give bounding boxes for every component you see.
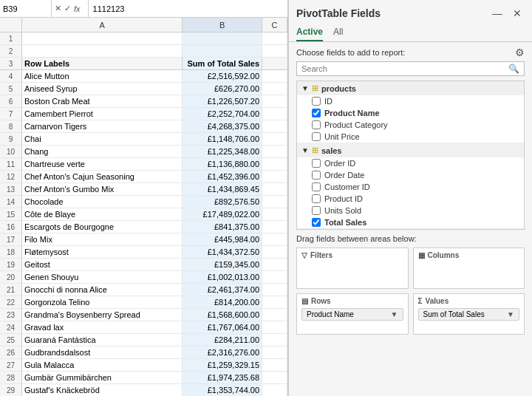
tab-active[interactable]: Active [296,24,323,41]
cell-a-11[interactable]: Chartreuse verte [22,158,183,170]
panel-close-button[interactable]: ✕ [510,6,525,21]
cell-b-28[interactable]: £1,974,235.68 [183,372,262,383]
cell-a-17[interactable]: Filo Mix [22,233,183,245]
cell-b-6[interactable]: £1,226,507.20 [183,95,262,107]
cell-b-3[interactable]: Sum of Total Sales [183,58,262,69]
cell-b-1[interactable] [183,33,262,44]
cell-a-24[interactable]: Gravad lax [22,321,183,333]
field-checkbox-unit-price[interactable] [312,132,321,141]
field-group-header-products[interactable]: ▼⊞products [297,81,524,95]
cell-b-12[interactable]: £1,452,396.00 [183,171,262,182]
field-checkbox-id[interactable] [312,97,321,106]
cell-b-22[interactable]: £814,200.00 [183,296,262,308]
cell-a-5[interactable]: Aniseed Syrup [22,83,183,95]
cell-b-8[interactable]: £4,268,375.00 [183,120,262,132]
cell-a-15[interactable]: Côte de Blaye [22,208,183,220]
cell-a-4[interactable]: Alice Mutton [22,70,183,82]
cell-b-25[interactable]: £284,211.00 [183,334,262,346]
cell-a-8[interactable]: Carnarvon Tigers [22,120,183,132]
cell-b-29[interactable]: £1,353,744.00 [183,384,262,396]
cell-a-13[interactable]: Chef Anton's Gumbo Mix [22,183,183,195]
cell-b-4[interactable]: £2,516,592.00 [183,70,262,82]
cell-b-21[interactable]: £2,461,374.00 [183,284,262,296]
cell-b-11[interactable]: £1,136,880.00 [183,158,262,170]
formula-content: 1112123 [89,4,287,13]
columns-area[interactable]: ▦ Columns [413,248,525,289]
cell-a-29[interactable]: Gustaf's Knäckebröd [22,384,183,396]
cell-b-20[interactable]: £1,002,013.00 [183,271,262,283]
cell-a-1[interactable] [22,33,183,44]
field-checkbox-units-sold[interactable] [312,206,321,215]
field-checkbox-order-date[interactable] [312,171,321,180]
cell-a-2[interactable] [22,45,183,57]
cell-b-19[interactable]: £159,345.00 [183,259,262,270]
rows-area[interactable]: ▤ Rows Product Name ▼ [296,293,409,335]
field-checkbox-product-id[interactable] [312,194,321,203]
confirm-formula-icon[interactable]: ✓ [64,4,71,13]
table-row: 9 Chai £1,148,706.00 [0,133,287,146]
cell-a-26[interactable]: Gudbrandsdalsost [22,346,183,358]
cell-a-6[interactable]: Boston Crab Meat [22,95,183,107]
cell-a-7[interactable]: Camembert Pierrot [22,108,183,120]
panel-minimize-button[interactable]: — [489,6,505,21]
cell-b-14[interactable]: £892,576.50 [183,196,262,208]
cell-a-10[interactable]: Chang [22,146,183,157]
field-checkbox-product-category[interactable] [312,120,321,129]
cell-a-16[interactable]: Escargots de Bourgogne [22,221,183,233]
cell-a-9[interactable]: Chai [22,133,183,145]
choose-fields-text: Choose fields to add to report: [296,48,405,57]
field-checkbox-total-sales[interactable] [312,218,321,227]
cell-a-27[interactable]: Gula Malacca [22,359,183,371]
field-checkbox-product-name[interactable] [312,109,321,117]
list-item: Customer ID [297,181,524,193]
cell-a-28[interactable]: Gumbär Gummibärchen [22,372,183,383]
cell-b-24[interactable]: £1,767,064.00 [183,321,262,333]
cell-a-3[interactable]: Row Labels [22,58,183,69]
search-input[interactable] [301,64,508,73]
cell-a-18[interactable]: Fløtemysost [22,246,183,258]
row-number: 5 [0,83,22,95]
cell-b-2[interactable] [183,45,262,57]
cell-c-28 [262,372,287,383]
cell-reference[interactable]: B39 [0,0,52,17]
cell-c-21 [262,284,287,296]
cell-b-27[interactable]: £1,259,329.15 [183,359,262,371]
cell-a-19[interactable]: Geitost [22,259,183,270]
cell-a-21[interactable]: Gnocchi di nonna Alice [22,284,183,296]
cell-b-7[interactable]: £2,252,704.00 [183,108,262,120]
tab-all[interactable]: All [333,24,343,41]
cell-a-25[interactable]: Guaraná Fantástica [22,334,183,346]
field-label: Total Sales [324,218,366,227]
values-chip[interactable]: Sum of Total Sales ▼ [418,308,520,321]
cell-b-26[interactable]: £2,316,276.00 [183,346,262,358]
cell-a-12[interactable]: Chef Anton's Cajun Seasoning [22,171,183,182]
cell-b-5[interactable]: £626,270.00 [183,83,262,95]
rows-chip[interactable]: Product Name ▼ [301,308,403,321]
col-header-b[interactable]: B [183,18,262,32]
cell-a-20[interactable]: Genen Shouyu [22,271,183,283]
list-item: Product ID [297,193,524,205]
settings-icon[interactable]: ⚙ [515,47,525,58]
field-checkbox-customer-id[interactable] [312,182,321,191]
cell-b-13[interactable]: £1,434,869.45 [183,183,262,195]
cell-b-23[interactable]: £1,568,600.00 [183,309,262,321]
col-header-c[interactable]: C [262,18,287,32]
cell-a-23[interactable]: Grandma's Boysenberry Spread [22,309,183,321]
cell-b-16[interactable]: £841,375.00 [183,221,262,233]
cell-b-10[interactable]: £1,225,348.00 [183,146,262,157]
row-number: 18 [0,246,22,258]
cell-b-18[interactable]: £1,434,372.50 [183,246,262,258]
row-number: 8 [0,120,22,132]
filters-area[interactable]: ▽ Filters [296,248,409,289]
cell-b-17[interactable]: £445,984.00 [183,233,262,245]
field-checkbox-order-id[interactable] [312,159,321,168]
cancel-formula-icon[interactable]: ✕ [55,4,61,13]
row-number: 29 [0,384,22,396]
field-group-header-sales[interactable]: ▼⊞sales [297,143,524,157]
cell-b-9[interactable]: £1,148,706.00 [183,133,262,145]
col-header-a[interactable]: A [22,18,183,32]
cell-a-22[interactable]: Gorgonzola Telino [22,296,183,308]
values-area[interactable]: Σ Values Sum of Total Sales ▼ [413,293,525,335]
cell-b-15[interactable]: £17,489,022.00 [183,208,262,220]
cell-a-14[interactable]: Chocolade [22,196,183,208]
